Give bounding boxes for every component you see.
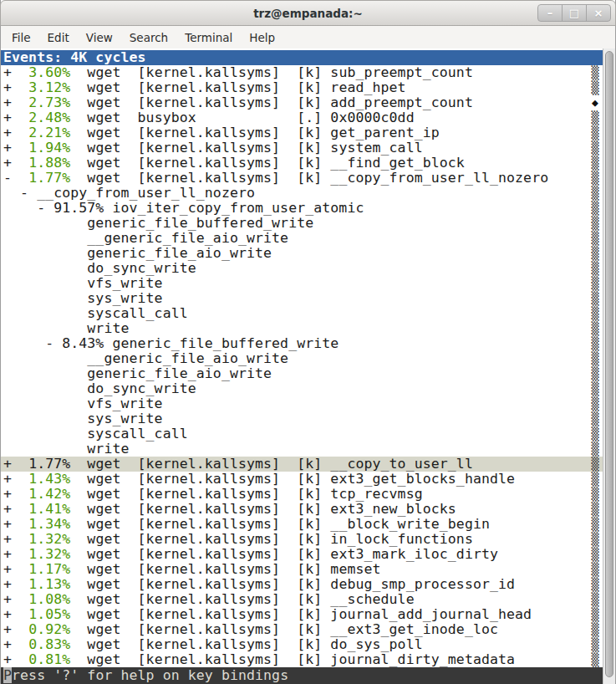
- menu-item-edit[interactable]: Edit: [39, 28, 78, 48]
- perf-row[interactable]: + 1.13% wget [kernel.kallsyms] [k] debug…: [1, 577, 603, 592]
- callchain-row[interactable]: generic_file_buffered_write: [1, 216, 603, 231]
- row-percent: 1.42%: [28, 486, 70, 502]
- callchain-row[interactable]: vfs_write: [1, 396, 603, 411]
- row-percent: 1.32%: [28, 531, 70, 547]
- perf-row[interactable]: + 2.48% wget busybox [.] 0x0000c0dd: [1, 110, 603, 125]
- scrollbar-track[interactable]: [603, 48, 615, 684]
- perf-row[interactable]: + 1.88% wget [kernel.kallsyms] [k] __fin…: [1, 156, 603, 171]
- callchain-row[interactable]: write: [1, 442, 603, 457]
- perf-row[interactable]: + 0.83% wget [kernel.kallsyms] [k] do_sy…: [1, 637, 603, 652]
- row-expander: +: [3, 516, 12, 532]
- scroll-shade-icon: ▒: [590, 65, 600, 80]
- callchain-row[interactable]: - __copy_from_user_ll_nozero: [1, 186, 603, 201]
- perf-row[interactable]: + 1.34% wget [kernel.kallsyms] [k] __blo…: [1, 517, 603, 532]
- menu-item-view[interactable]: View: [78, 28, 121, 48]
- close-button[interactable]: ×: [586, 4, 611, 22]
- callchain-row[interactable]: do_sync_write: [1, 381, 603, 396]
- scroll-shade-icon: ▒: [590, 291, 600, 306]
- perf-row[interactable]: + 3.60% wget [kernel.kallsyms] [k] sub_p…: [1, 65, 603, 80]
- menu-item-search[interactable]: Search: [121, 28, 176, 48]
- menu-item-terminal[interactable]: Terminal: [176, 28, 241, 48]
- row-expander: +: [3, 471, 12, 487]
- callchain-row[interactable]: __generic_file_aio_write: [1, 231, 603, 246]
- perf-row[interactable]: + 1.43% wget [kernel.kallsyms] [k] ext3_…: [1, 472, 603, 487]
- terminal-cursor: P: [3, 667, 12, 683]
- callchain-row[interactable]: generic_file_aio_write: [1, 246, 603, 261]
- scroll-shade-icon: ▒: [590, 261, 600, 276]
- perf-row[interactable]: + 0.81% wget [kernel.kallsyms] [k] journ…: [1, 652, 603, 667]
- perf-rows: Events: 4K cycles + 3.60% wget [kernel.k…: [1, 50, 603, 667]
- row-percent: 1.08%: [28, 591, 70, 607]
- row-expander: +: [3, 636, 12, 652]
- scroll-shade-icon: ▒: [590, 110, 600, 125]
- perf-row[interactable]: - 1.77% wget [kernel.kallsyms] [k] __cop…: [1, 171, 603, 186]
- perf-row[interactable]: + 1.08% wget [kernel.kallsyms] [k] __sch…: [1, 592, 603, 607]
- callchain-row[interactable]: - 91.57% iov_iter_copy_from_user_atomic: [1, 201, 603, 216]
- scroll-shade-icon: ▒: [590, 321, 600, 336]
- scroll-shade-icon: ▒: [590, 140, 600, 156]
- scroll-shade-icon: ▒: [590, 457, 600, 472]
- window-title: trz@empanada:~: [253, 7, 363, 20]
- maximize-button[interactable]: □: [562, 4, 587, 22]
- scroll-shade-icon: ▒: [590, 411, 600, 426]
- row-expander: +: [3, 125, 12, 140]
- callchain-row[interactable]: syscall_call: [1, 426, 603, 442]
- callchain-row[interactable]: vfs_write: [1, 276, 603, 291]
- callchain-row[interactable]: __generic_file_aio_write: [1, 351, 603, 366]
- scroll-shade-icon: ▒: [590, 80, 600, 95]
- callchain-row[interactable]: generic_file_aio_write: [1, 366, 603, 381]
- scroll-shade-icon: ▒: [590, 532, 600, 547]
- perf-row[interactable]: + 1.17% wget [kernel.kallsyms] [k] memse…: [1, 562, 603, 577]
- menu-item-file[interactable]: File: [3, 28, 39, 48]
- menu-item-help[interactable]: Help: [241, 28, 283, 48]
- row-percent: 2.21%: [28, 125, 70, 140]
- terminal-window: trz@empanada:~ –□× FileEditViewSearchTer…: [0, 0, 616, 684]
- perf-row[interactable]: + 2.21% wget [kernel.kallsyms] [k] get_p…: [1, 125, 603, 140]
- perf-row[interactable]: + 2.73% wget [kernel.kallsyms] [k] add_p…: [1, 95, 603, 110]
- callchain-row[interactable]: write: [1, 321, 603, 336]
- row-percent: 1.13%: [28, 576, 70, 592]
- callchain-text: - 8.43% generic_file_buffered_write: [3, 335, 339, 351]
- scroll-shade-icon: ▒: [590, 577, 600, 592]
- scroll-shade-icon: ▒: [590, 622, 600, 637]
- perf-row[interactable]: + 1.41% wget [kernel.kallsyms] [k] ext3_…: [1, 502, 603, 517]
- perf-row[interactable]: + 1.77% wget [kernel.kallsyms] [k] __cop…: [1, 457, 603, 472]
- callchain-text: syscall_call: [3, 426, 188, 442]
- callchain-text: generic_file_aio_write: [3, 245, 272, 261]
- perf-row[interactable]: + 3.12% wget [kernel.kallsyms] [k] read_…: [1, 80, 603, 95]
- callchain-row[interactable]: sys_write: [1, 291, 603, 306]
- scrollbar-thumb[interactable]: [605, 51, 613, 677]
- status-bar: Press '?' for help on key bindings: [1, 667, 603, 684]
- row-percent: 1.34%: [28, 516, 70, 532]
- row-expander: +: [3, 155, 12, 171]
- perf-row[interactable]: + 0.92% wget [kernel.kallsyms] [k] __ext…: [1, 622, 603, 637]
- row-expander: +: [3, 531, 12, 547]
- perf-row[interactable]: + 1.42% wget [kernel.kallsyms] [k] tcp_r…: [1, 487, 603, 502]
- perf-row[interactable]: + 1.32% wget [kernel.kallsyms] [k] ext3_…: [1, 547, 603, 562]
- callchain-text: sys_write: [3, 290, 163, 306]
- scroll-shade-icon: ▒: [590, 652, 600, 667]
- scroll-shade-icon: ▒: [590, 276, 600, 291]
- minimize-button[interactable]: –: [537, 4, 563, 22]
- scroll-shade-icon: ▒: [590, 231, 600, 246]
- scroll-shade-icon: ▒: [590, 487, 600, 502]
- scroll-shade-icon: ▒: [590, 366, 600, 381]
- terminal-content: Events: 4K cycles + 3.60% wget [kernel.k…: [1, 48, 603, 684]
- callchain-row[interactable]: do_sync_write: [1, 261, 603, 276]
- title-bar[interactable]: trz@empanada:~ –□×: [0, 0, 616, 26]
- callchain-row[interactable]: sys_write: [1, 411, 603, 426]
- perf-events-header: Events: 4K cycles: [1, 50, 603, 65]
- perf-row[interactable]: + 1.94% wget [kernel.kallsyms] [k] syste…: [1, 140, 603, 156]
- scroll-shade-icon: ▒: [590, 351, 600, 366]
- scroll-shade-icon: ▒: [590, 562, 600, 577]
- perf-row[interactable]: + 1.05% wget [kernel.kallsyms] [k] journ…: [1, 607, 603, 622]
- callchain-text: generic_file_aio_write: [3, 365, 272, 381]
- scroll-shade-icon: ▒: [590, 637, 600, 652]
- scroll-shade-icon: ▒: [590, 171, 600, 186]
- callchain-row[interactable]: - 8.43% generic_file_buffered_write: [1, 336, 603, 351]
- callchain-row[interactable]: syscall_call: [1, 306, 603, 321]
- row-expander: +: [3, 110, 12, 125]
- perf-row[interactable]: + 1.32% wget [kernel.kallsyms] [k] in_lo…: [1, 532, 603, 547]
- scroll-shade-icon: ▒: [590, 381, 600, 396]
- scroll-shade-icon: ▒: [590, 472, 600, 487]
